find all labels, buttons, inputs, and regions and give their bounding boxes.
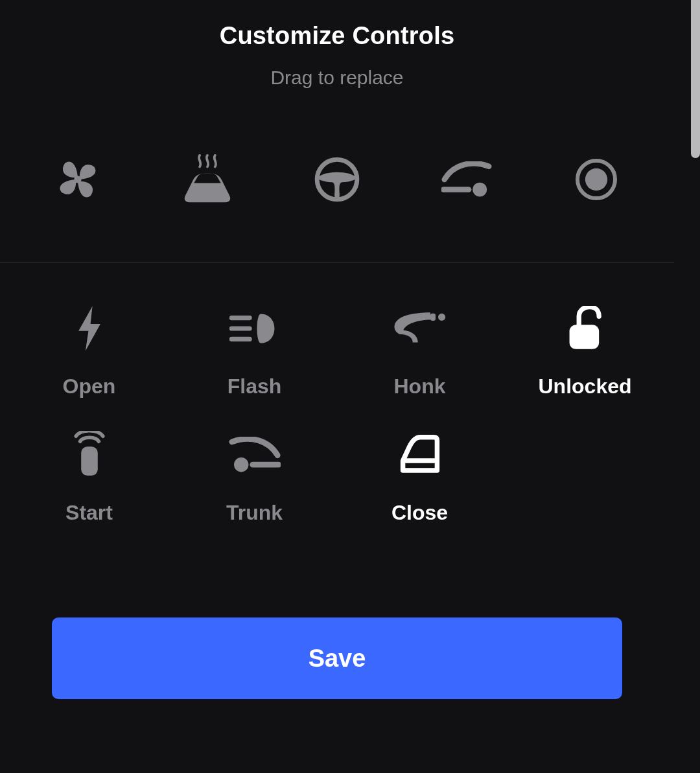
control-label: Close [391,501,448,525]
horn-icon [391,306,449,351]
control-label: Trunk [226,501,283,525]
svg-rect-11 [569,325,599,349]
control-label: Open [63,375,116,398]
unlock-icon [556,306,614,351]
palette-record[interactable] [557,141,635,218]
svg-marker-5 [78,306,100,351]
svg-point-2 [472,183,487,197]
control-label: Unlocked [538,375,631,398]
palette-seat-heat[interactable] [169,141,246,218]
headlights-icon [226,306,284,351]
steering-wheel-icon [314,157,360,202]
palette-row [0,89,674,263]
svg-point-10 [438,314,445,321]
record-icon [575,158,618,201]
scrollbar-thumb[interactable] [691,0,700,158]
svg-point-13 [234,457,248,472]
trunk-open-icon [226,432,284,478]
control-close-window[interactable]: Close [337,432,502,525]
controls-grid: Open Flash Honk [0,263,674,525]
hood-frunk-icon [441,161,492,198]
key-fob-icon [60,432,119,478]
control-remote-start[interactable]: Start [6,432,172,525]
footer: Save [0,617,674,773]
save-button[interactable]: Save [52,617,622,699]
control-label: Start [65,501,113,525]
palette-steering[interactable] [298,141,376,218]
page-title: Customize Controls [0,22,674,50]
svg-point-4 [585,168,607,190]
bolt-icon [60,306,119,351]
header: Customize Controls Drag to replace [0,0,674,89]
control-open-charge[interactable]: Open [6,306,172,398]
palette-frunk[interactable] [428,141,506,218]
control-label: Flash [228,375,282,398]
page-subtitle: Drag to replace [0,67,674,89]
seat-heat-icon [183,154,231,205]
svg-rect-12 [81,446,98,476]
window-icon [391,432,449,478]
control-honk-horn[interactable]: Honk [337,306,502,398]
svg-rect-9 [430,314,436,321]
control-label: Honk [394,375,446,398]
fan-icon [55,157,100,202]
palette-fan[interactable] [39,141,117,218]
control-lock-toggle[interactable]: Unlocked [502,306,668,398]
control-trunk[interactable]: Trunk [172,432,337,525]
control-flash-lights[interactable]: Flash [172,306,337,398]
